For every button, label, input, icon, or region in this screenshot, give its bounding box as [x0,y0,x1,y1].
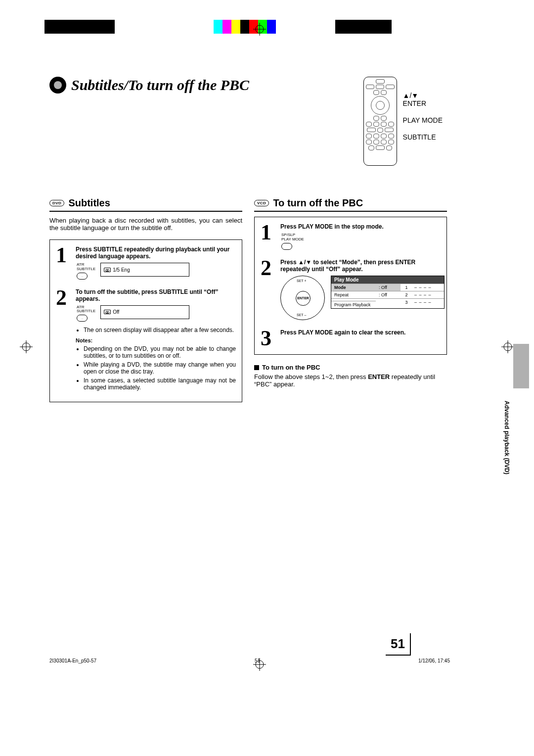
note-item: Depending on the DVD, you may not be abl… [84,345,236,359]
thumb-index-tab [513,344,529,388]
cassette-icon [104,268,111,272]
step-number: 1 [56,246,71,280]
r-step3-title: Press PLAY MODE again to clear the scree… [280,329,441,336]
osd-slot: – – – – [412,291,444,298]
intro-subtitles: When playing back a disc recorded with s… [49,217,242,232]
step-number: 3 [261,329,275,347]
playmode-osd: Play Mode Mode Repeat Program Playback [331,276,445,309]
osd-row-label: Repeat [331,291,376,298]
heading-subtitles: Subtitles [68,197,110,209]
osd-display: Off [100,305,189,319]
button-label: SUBTITLE [77,267,95,272]
steps-box-right: 1 Press PLAY MODE in the stop mode. SP/S… [254,217,447,355]
section-heading-subtitles: DVD Subtitles [49,197,242,212]
badge-dvd: DVD [49,200,64,206]
remote-label-column: ▲/▼ ENTER PLAY MODE SUBTITLE [403,77,443,166]
footer-page: 51 [255,658,260,663]
title-bullet-icon [49,77,66,94]
osd-row-label: Program Playback [331,301,376,308]
page-title: Subtitles/To turn off the PBC [71,77,249,94]
r-step1-title: Press PLAY MODE in the stop mode. [280,223,441,230]
osd-row-val: : Off [376,291,400,298]
remote-label-subtitle: SUBTITLE [403,133,443,141]
osd-value: Off [113,309,119,315]
heading-pbc: To turn off the PBC [273,197,363,209]
remote-label-playmode: PLAY MODE [403,116,443,124]
osd-num: 3 [400,298,412,306]
remote-outline [363,77,397,166]
r-step2-title: Press ▲/▼ to select “Mode”, then press E… [280,259,445,273]
reg-target-top [253,23,266,36]
cassette-icon [104,310,111,314]
section-tab: Advanced playback (DVD) [503,401,510,474]
notes-label: Notes: [76,337,236,343]
osd-display: 1/5 Eng [100,263,189,277]
remote-diagram: ▲/▼ ENTER PLAY MODE SUBTITLE [363,77,443,166]
steps-box-left: 1 Press SUBTITLE repeatedly during playb… [49,239,242,402]
step-number: 2 [56,288,71,395]
dpad-icon [371,96,390,115]
remote-label-enter: ▲/▼ ENTER [403,92,443,107]
osd-value: 1/5 Eng [113,267,130,273]
step-number: 2 [261,259,275,320]
square-bullet-icon [254,365,259,370]
osd-slot: – – – – [412,284,444,291]
step2-title: To turn off the subtitle, press SUBTITLE… [76,288,236,302]
step1-title: Press SUBTITLE repeatedly during playbac… [76,246,236,260]
reg-target-left [20,340,33,353]
footer-file: 2I30301A-En_p50-57 [49,658,96,663]
subtitle-button-icon: … [77,315,88,322]
note-item: In some cases, a selected subtitle langu… [84,377,236,391]
turn-on-body: Follow the above steps 1~2, then press E… [254,373,447,388]
section-heading-pbc: VCD To turn off the PBC [254,197,447,212]
osd-row-val: : Off [376,284,400,291]
badge-vcd: VCD [254,200,269,206]
button-label: SUBTITLE [77,309,95,314]
page-number: 51 [386,633,411,656]
info-bullet: The on screen display will disappear aft… [84,327,236,333]
note-item: While playing a DVD, the subtitle may ch… [84,361,236,375]
print-footer: 2I30301A-En_p50-57 51 1/12/06, 17:45 [49,658,450,663]
osd-num: 1 [400,284,412,291]
subtitle-button-icon: … [77,273,88,280]
osd-title: Play Mode [331,276,444,284]
footer-date: 1/12/06, 17:45 [418,658,450,663]
right-column: VCD To turn off the PBC 1 Press PLAY MOD… [254,197,447,402]
button-label: PLAY MODE [281,237,304,242]
registration-swatches-top [44,20,392,34]
osd-row-val [376,298,400,301]
osd-row-label: Mode [331,284,376,291]
dpad-large-icon: SET + ENTER SET – [280,276,325,320]
playmode-button-icon [281,243,292,250]
reg-target-right [501,340,514,353]
osd-slot: – – – – [412,298,444,306]
step-number: 1 [261,223,275,250]
left-column: DVD Subtitles When playing back a disc r… [49,197,242,402]
enter-button-icon: ENTER [296,291,311,306]
osd-num: 2 [400,291,412,298]
turn-on-heading: To turn on the PBC [254,364,447,371]
